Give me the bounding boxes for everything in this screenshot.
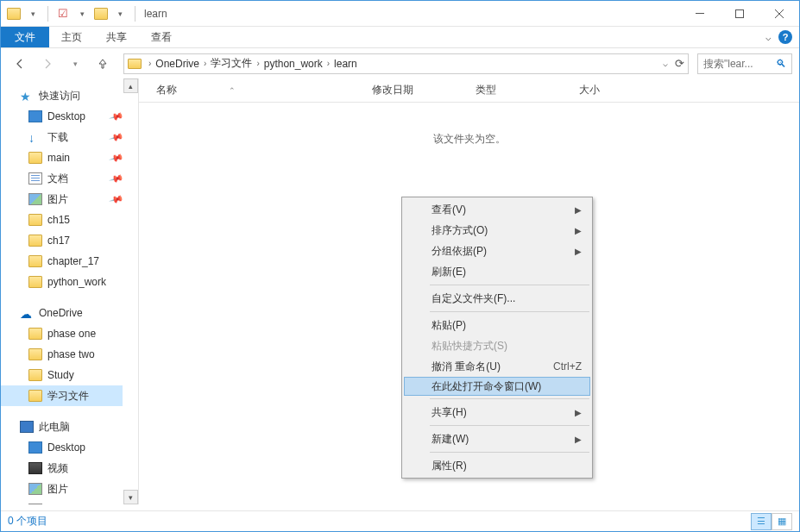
cloud-icon: ☁ [20, 307, 34, 319]
navigation-pane[interactable]: ▴ ★快速访问Desktop📌↓下载📌main📌文档📌图片📌ch15ch17ch… [1, 78, 139, 504]
menu-item[interactable]: 排序方式(O)▶ [404, 220, 590, 241]
menu-item[interactable]: 自定义文件夹(F)... [404, 288, 590, 309]
folder-icon [28, 255, 42, 267]
chevron-right-icon: ▶ [575, 226, 582, 235]
view-tab[interactable]: 查看 [139, 27, 184, 47]
scroll-up-icon[interactable]: ▴ [123, 78, 138, 93]
tree-item[interactable]: 视频 [1, 458, 123, 479]
folder-icon[interactable] [93, 6, 109, 22]
tree-item[interactable]: ch17 [1, 230, 123, 251]
tree-quick-access[interactable]: ★快速访问 [1, 85, 123, 106]
pc-icon [20, 421, 34, 433]
folder-icon [28, 152, 42, 164]
menu-item[interactable]: 分组依据(P)▶ [404, 241, 590, 261]
home-tab[interactable]: 主页 [49, 27, 94, 47]
expand-ribbon-icon[interactable]: ⌵ [765, 32, 772, 43]
svg-rect-1 [736, 9, 744, 17]
tree-item[interactable]: 图片 [1, 479, 123, 499]
breadcrumb-item[interactable]: 学习文件 [208, 54, 255, 72]
tree-item[interactable]: phase one [1, 323, 123, 344]
breadcrumb-item[interactable]: OneDrive [153, 56, 202, 72]
doc-icon [28, 172, 42, 185]
folder-icon [28, 235, 42, 247]
column-name[interactable]: 名称 [156, 83, 177, 97]
chevron-down-icon[interactable]: ▾ [25, 6, 41, 22]
dropdown-icon[interactable]: ⌵ [663, 59, 668, 68]
up-button[interactable] [91, 52, 115, 76]
tree-item[interactable]: phase two [1, 344, 123, 365]
menu-item[interactable]: 共享(H)▶ [404, 402, 590, 422]
column-headers: 名称 ⌃ 修改日期 类型 大小 [139, 78, 799, 103]
folder-icon [28, 328, 42, 340]
menu-item: 粘贴快捷方式(S) [404, 335, 590, 356]
star-icon: ★ [20, 90, 34, 102]
menu-item[interactable]: 新建(W)▶ [404, 429, 590, 449]
properties-icon[interactable]: ☑ [55, 6, 71, 22]
folder-icon [28, 276, 42, 288]
icons-view-button[interactable]: ▦ [772, 513, 792, 530]
pin-icon: 📌 [109, 171, 125, 186]
tree-item[interactable]: 文档 [1, 499, 123, 504]
tree-item[interactable]: main📌 [1, 147, 123, 168]
status-bar: 0 个项目 ☰ ▦ [1, 510, 799, 531]
chevron-right-icon[interactable]: › [147, 59, 153, 68]
tree-onedrive[interactable]: ☁OneDrive [1, 303, 123, 323]
help-icon[interactable]: ? [778, 30, 792, 44]
tree-item[interactable]: 文档📌 [1, 168, 123, 189]
column-modified[interactable]: 修改日期 [372, 83, 476, 97]
tree-item[interactable]: 学习文件 [1, 385, 123, 406]
breadcrumb-item[interactable]: python_work [261, 56, 325, 72]
download-icon: ↓ [28, 131, 42, 143]
chevron-down-icon[interactable]: ▾ [74, 6, 90, 22]
breadcrumb-item[interactable]: learn [331, 56, 360, 72]
menu-separator [430, 425, 589, 426]
menu-item[interactable]: 刷新(E) [404, 261, 590, 282]
pin-icon: 📌 [109, 191, 125, 207]
tree-item[interactable]: Desktop [1, 437, 123, 458]
tree-item[interactable]: Study [1, 365, 123, 385]
forward-button[interactable] [35, 52, 60, 76]
tree-item[interactable]: ↓下载📌 [1, 127, 123, 147]
maximize-button[interactable] [720, 2, 759, 26]
desktop-icon [28, 110, 42, 122]
qat-dropdown-icon[interactable]: ▾ [112, 6, 128, 22]
address-bar[interactable]: › OneDrive › 学习文件 › python_work › learn … [123, 53, 689, 74]
separator [135, 6, 135, 22]
search-input[interactable] [703, 58, 764, 70]
tree-item[interactable]: python_work [1, 272, 123, 292]
menu-item[interactable]: 查看(V)▶ [404, 199, 590, 220]
svg-rect-0 [696, 13, 704, 14]
search-box[interactable]: 🔍︎ [697, 53, 792, 74]
search-icon[interactable]: 🔍︎ [776, 58, 786, 70]
recent-dropdown-icon[interactable]: ▾ [63, 52, 87, 76]
scroll-down-icon[interactable]: ▾ [123, 490, 138, 504]
close-button[interactable] [759, 2, 799, 26]
menu-item[interactable]: 属性(R) [404, 455, 590, 476]
back-button[interactable] [8, 52, 32, 76]
tree-item[interactable]: 图片📌 [1, 189, 123, 210]
pin-icon: 📌 [109, 129, 125, 145]
menu-item[interactable]: 在此处打开命令窗口(W) [404, 377, 590, 396]
file-tab[interactable]: 文件 [1, 27, 49, 47]
menu-separator [430, 311, 589, 312]
folder-icon[interactable] [6, 6, 22, 22]
column-type[interactable]: 类型 [476, 83, 579, 97]
chevron-right-icon[interactable]: › [202, 59, 208, 68]
chevron-right-icon[interactable]: › [255, 59, 261, 68]
share-tab[interactable]: 共享 [94, 27, 139, 47]
menu-item[interactable]: 撤消 重命名(U)Ctrl+Z [404, 356, 590, 377]
minimize-button[interactable] [680, 2, 720, 26]
quick-access-toolbar: ▾ ☑ ▾ ▾ [6, 6, 139, 22]
tree-this-pc[interactable]: 此电脑 [1, 416, 123, 437]
refresh-icon[interactable]: ⟳ [675, 57, 684, 70]
tree-item[interactable]: chapter_17 [1, 251, 123, 272]
menu-separator [430, 285, 589, 285]
details-view-button[interactable]: ☰ [751, 513, 772, 530]
tree-item[interactable]: ch15 [1, 210, 123, 230]
menu-item[interactable]: 粘贴(P) [404, 315, 590, 335]
tree-item[interactable]: Desktop📌 [1, 106, 123, 127]
folder-icon [28, 348, 42, 360]
column-size[interactable]: 大小 [579, 83, 683, 97]
chevron-right-icon[interactable]: › [325, 59, 331, 68]
video-icon [28, 462, 42, 474]
